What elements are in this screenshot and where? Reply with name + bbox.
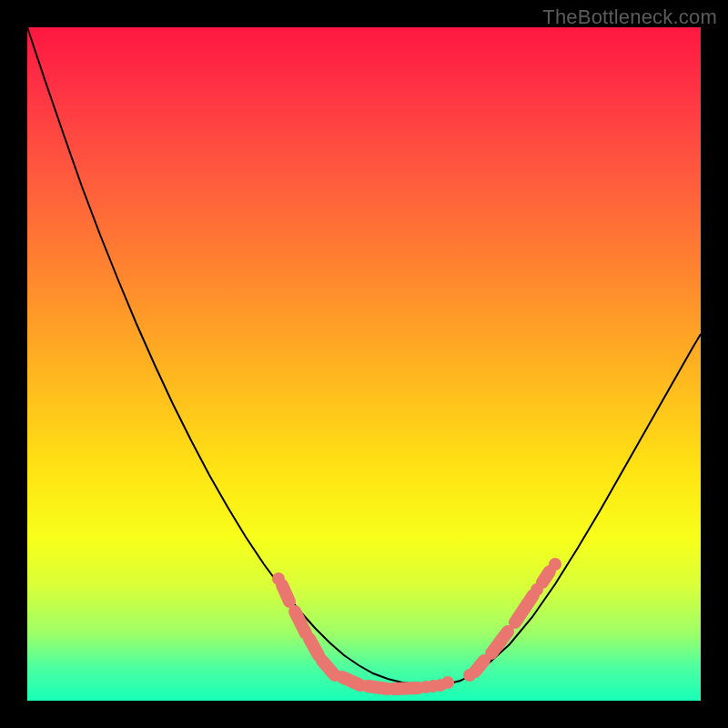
marker-dot bbox=[463, 669, 476, 682]
marker-pill bbox=[491, 632, 508, 653]
marker-dot bbox=[272, 572, 285, 585]
marker-pill bbox=[393, 688, 419, 689]
marker-dot bbox=[329, 669, 341, 682]
plot-area bbox=[27, 27, 701, 701]
marker-dot bbox=[549, 558, 561, 571]
marker-pill bbox=[542, 571, 550, 582]
watermark-text: TheBottleneck.com bbox=[542, 5, 717, 29]
marker-pill bbox=[368, 686, 388, 689]
marker-pill bbox=[282, 585, 289, 602]
markers-group bbox=[272, 558, 561, 693]
curve-overlay bbox=[27, 27, 701, 701]
bottleneck-curve bbox=[27, 27, 701, 685]
marker-pill bbox=[309, 639, 318, 655]
chart-frame: TheBottleneck.com bbox=[0, 0, 728, 728]
marker-dot bbox=[441, 676, 454, 689]
marker-pill bbox=[342, 677, 360, 685]
marker-dot bbox=[531, 583, 543, 596]
marker-pill bbox=[475, 661, 484, 672]
